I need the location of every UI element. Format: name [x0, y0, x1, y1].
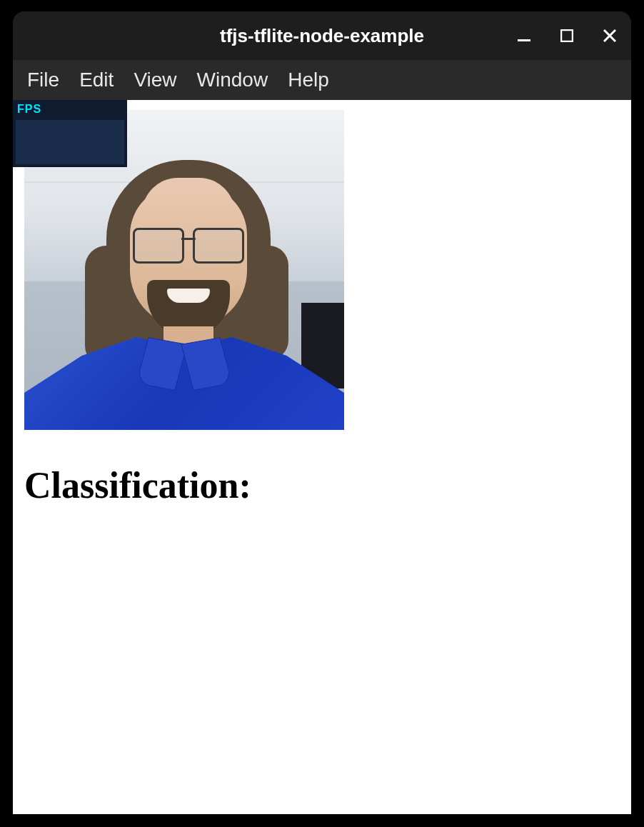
close-button[interactable] [601, 27, 618, 44]
fps-stats-overlay[interactable]: FPS [13, 100, 127, 167]
menu-file[interactable]: File [20, 66, 66, 94]
window-controls [515, 27, 618, 44]
fps-label: FPS [13, 100, 127, 119]
svg-rect-1 [561, 30, 573, 41]
menu-edit[interactable]: Edit [72, 66, 121, 94]
window-title: tfjs-tflite-node-example [220, 25, 424, 47]
menu-view[interactable]: View [126, 66, 183, 94]
menubar: File Edit View Window Help [13, 60, 631, 100]
menu-help[interactable]: Help [281, 66, 336, 94]
fps-graph [16, 120, 124, 164]
svg-rect-0 [518, 39, 530, 41]
minimize-button[interactable] [515, 27, 533, 44]
menu-window[interactable]: Window [190, 66, 276, 94]
maximize-button[interactable] [558, 27, 575, 44]
classification-heading: Classification: [24, 464, 251, 506]
titlebar[interactable]: tfjs-tflite-node-example [13, 11, 631, 60]
app-window: tfjs-tflite-node-example File Edit View … [13, 11, 631, 814]
content-area: FPS Classification: [13, 100, 631, 814]
